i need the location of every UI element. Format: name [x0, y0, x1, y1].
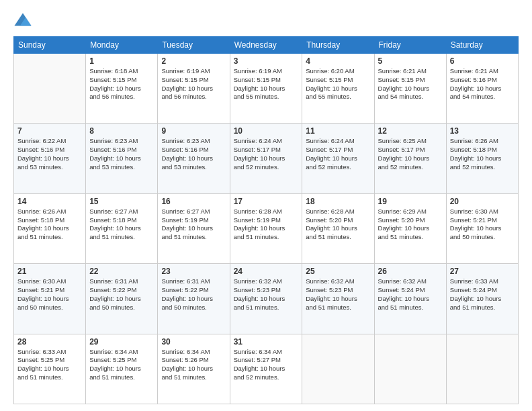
calendar-cell: 7Sunrise: 6:22 AMSunset: 5:16 PMDaylight… [14, 124, 86, 193]
day-info: Sunrise: 6:21 AMSunset: 5:16 PMDaylight:… [450, 67, 515, 101]
daylight-text-2: and 52 minutes. [234, 373, 279, 381]
calendar-cell: 17Sunrise: 6:28 AMSunset: 5:19 PMDayligh… [230, 193, 302, 263]
sunrise-text: Sunrise: 6:28 AM [306, 208, 354, 215]
daylight-text: Daylight: 10 hours [89, 224, 141, 232]
sunrise-text: Sunrise: 6:31 AM [161, 277, 210, 285]
day-number: 9 [161, 126, 226, 136]
calendar-cell [14, 54, 86, 124]
sunset-text: Sunset: 5:22 PM [89, 286, 136, 293]
page-container: SundayMondayTuesdayWednesdayThursdayFrid… [0, 0, 532, 411]
sunrise-text: Sunrise: 6:32 AM [378, 277, 427, 285]
day-info: Sunrise: 6:31 AMSunset: 5:22 PMDaylight:… [89, 277, 154, 312]
day-info: Sunrise: 6:33 AMSunset: 5:25 PMDaylight:… [17, 348, 82, 382]
daylight-text-2: and 53 minutes. [17, 163, 63, 171]
daylight-text-2: and 55 minutes. [306, 93, 351, 100]
daylight-text: Daylight: 10 hours [378, 295, 430, 302]
sunrise-text: Sunrise: 6:24 AM [234, 137, 282, 144]
day-info: Sunrise: 6:32 AMSunset: 5:24 PMDaylight:… [378, 277, 443, 312]
daylight-text: Daylight: 10 hours [306, 85, 357, 92]
day-number: 27 [450, 267, 515, 276]
daylight-text: Daylight: 10 hours [161, 295, 213, 302]
daylight-text-2: and 55 minutes. [234, 93, 279, 100]
calendar-header-tuesday: Tuesday [158, 37, 230, 54]
calendar-cell: 13Sunrise: 6:26 AMSunset: 5:18 PMDayligh… [446, 124, 518, 193]
sunset-text: Sunset: 5:21 PM [17, 286, 64, 293]
sunrise-text: Sunrise: 6:32 AM [306, 277, 354, 285]
day-number: 31 [234, 337, 299, 347]
calendar-cell: 29Sunrise: 6:34 AMSunset: 5:25 PMDayligh… [86, 334, 158, 404]
calendar-cell: 24Sunrise: 6:32 AMSunset: 5:23 PMDayligh… [230, 264, 302, 334]
calendar-header-monday: Monday [86, 37, 158, 54]
daylight-text-2: and 50 minutes. [450, 233, 496, 240]
day-number: 10 [234, 126, 299, 136]
sunset-text: Sunset: 5:15 PM [161, 76, 208, 83]
daylight-text: Daylight: 10 hours [450, 154, 502, 162]
calendar-cell: 21Sunrise: 6:30 AMSunset: 5:21 PMDayligh… [14, 264, 86, 334]
sunset-text: Sunset: 5:20 PM [378, 216, 425, 224]
calendar-cell: 16Sunrise: 6:27 AMSunset: 5:19 PMDayligh… [158, 193, 230, 263]
sunset-text: Sunset: 5:18 PM [450, 146, 497, 153]
daylight-text: Daylight: 10 hours [234, 224, 285, 232]
daylight-text: Daylight: 10 hours [17, 365, 69, 372]
daylight-text-2: and 51 minutes. [89, 373, 135, 381]
daylight-text: Daylight: 10 hours [17, 154, 69, 162]
day-info: Sunrise: 6:26 AMSunset: 5:18 PMDaylight:… [450, 137, 515, 171]
daylight-text: Daylight: 10 hours [234, 295, 285, 302]
daylight-text: Daylight: 10 hours [378, 85, 430, 92]
day-number: 19 [378, 197, 443, 206]
day-info: Sunrise: 6:31 AMSunset: 5:22 PMDaylight:… [161, 277, 226, 312]
daylight-text-2: and 51 minutes. [234, 233, 279, 240]
calendar-cell [302, 334, 374, 404]
sunset-text: Sunset: 5:26 PM [161, 356, 208, 363]
sunset-text: Sunset: 5:18 PM [89, 216, 136, 224]
sunset-text: Sunset: 5:16 PM [450, 76, 497, 83]
day-info: Sunrise: 6:30 AMSunset: 5:21 PMDaylight:… [17, 277, 82, 312]
daylight-text: Daylight: 10 hours [17, 295, 69, 302]
sunset-text: Sunset: 5:16 PM [17, 146, 64, 153]
daylight-text: Daylight: 10 hours [378, 154, 430, 162]
sunrise-text: Sunrise: 6:26 AM [450, 137, 498, 144]
calendar-header-sunday: Sunday [14, 37, 86, 54]
daylight-text: Daylight: 10 hours [306, 224, 357, 232]
calendar-cell: 12Sunrise: 6:25 AMSunset: 5:17 PMDayligh… [374, 124, 446, 193]
sunset-text: Sunset: 5:19 PM [161, 216, 208, 224]
sunset-text: Sunset: 5:20 PM [306, 216, 353, 224]
calendar-cell: 2Sunrise: 6:19 AMSunset: 5:15 PMDaylight… [158, 54, 230, 124]
day-info: Sunrise: 6:32 AMSunset: 5:23 PMDaylight:… [234, 277, 299, 312]
day-info: Sunrise: 6:22 AMSunset: 5:16 PMDaylight:… [17, 137, 82, 171]
sunrise-text: Sunrise: 6:31 AM [89, 277, 138, 285]
calendar-table: SundayMondayTuesdayWednesdayThursdayFrid… [13, 36, 519, 404]
sunset-text: Sunset: 5:23 PM [306, 286, 353, 293]
day-number: 15 [89, 197, 154, 206]
daylight-text-2: and 52 minutes. [378, 163, 424, 171]
sunset-text: Sunset: 5:18 PM [17, 216, 64, 224]
daylight-text-2: and 52 minutes. [234, 163, 279, 171]
calendar-header-friday: Friday [374, 37, 446, 54]
daylight-text: Daylight: 10 hours [450, 224, 502, 232]
day-info: Sunrise: 6:23 AMSunset: 5:16 PMDaylight:… [89, 137, 154, 171]
calendar-week-row: 21Sunrise: 6:30 AMSunset: 5:21 PMDayligh… [14, 264, 519, 334]
sunrise-text: Sunrise: 6:19 AM [161, 67, 210, 75]
daylight-text-2: and 51 minutes. [161, 233, 207, 240]
calendar-cell: 19Sunrise: 6:29 AMSunset: 5:20 PMDayligh… [374, 193, 446, 263]
daylight-text-2: and 51 minutes. [234, 304, 279, 311]
sunrise-text: Sunrise: 6:23 AM [89, 137, 138, 144]
calendar-week-row: 1Sunrise: 6:18 AMSunset: 5:15 PMDaylight… [14, 54, 519, 124]
day-number: 22 [89, 267, 154, 276]
sunset-text: Sunset: 5:15 PM [378, 76, 425, 83]
daylight-text-2: and 50 minutes. [161, 304, 207, 311]
calendar-cell: 6Sunrise: 6:21 AMSunset: 5:16 PMDaylight… [446, 54, 518, 124]
logo [13, 11, 35, 30]
daylight-text: Daylight: 10 hours [17, 224, 69, 232]
daylight-text-2: and 53 minutes. [89, 163, 135, 171]
daylight-text: Daylight: 10 hours [306, 295, 357, 302]
logo-icon [13, 11, 32, 30]
calendar-week-row: 28Sunrise: 6:33 AMSunset: 5:25 PMDayligh… [14, 334, 519, 404]
calendar-cell: 9Sunrise: 6:23 AMSunset: 5:16 PMDaylight… [158, 124, 230, 193]
sunrise-text: Sunrise: 6:19 AM [234, 67, 282, 75]
calendar-cell: 23Sunrise: 6:31 AMSunset: 5:22 PMDayligh… [158, 264, 230, 334]
day-info: Sunrise: 6:26 AMSunset: 5:18 PMDaylight:… [17, 208, 82, 242]
sunrise-text: Sunrise: 6:34 AM [89, 348, 138, 355]
day-number: 4 [306, 56, 370, 66]
daylight-text: Daylight: 10 hours [234, 85, 285, 92]
